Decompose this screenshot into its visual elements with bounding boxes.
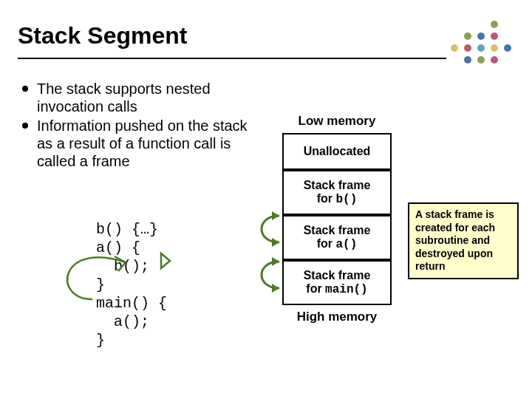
cell-text-prefix: for [306,282,325,295]
return-arrow-a-main [251,253,284,297]
title-underline [18,58,446,59]
decorative-dot-grid [451,21,514,66]
cell-text: Stack frame [288,269,386,282]
stack-cell-unallocated: Unallocated [282,133,392,170]
svg-marker-2 [272,238,279,247]
bullet-icon [22,123,28,129]
stack-cell-main: Stack frame for main() [282,260,392,305]
bullet-icon [22,86,28,92]
stack-cell-b: Stack frame for b() [282,170,392,215]
svg-marker-4 [272,284,279,293]
annotation-note: A stack frame is created for each subrou… [408,202,519,279]
list-item: Information pushed on the stack as a res… [22,117,266,170]
cell-text: Unallocated [304,145,371,157]
cell-mono: b() [335,193,357,206]
svg-marker-1 [272,211,279,220]
cell-text-prefix: for [317,192,336,205]
stack-cell-a: Stack frame for a() [282,215,392,260]
code-listing: b() {…} a() { b(); } main() { a(); } [96,220,167,349]
cell-text-prefix: for [317,237,336,250]
slide-title: Stack Segment [18,22,187,50]
return-arrow-b-a [251,207,284,251]
high-memory-label: High memory [282,310,392,324]
bullet-text: Information pushed on the stack as a res… [37,117,266,170]
memory-stack-diagram: Low memory Unallocated Stack frame for b… [282,109,392,329]
cell-text: Stack frame [288,179,386,192]
cell-mono: a() [335,238,357,251]
bullet-list: The stack supports nested invocation cal… [22,80,266,171]
list-item: The stack supports nested invocation cal… [22,80,266,115]
bullet-text: The stack supports nested invocation cal… [37,80,266,115]
svg-marker-3 [272,257,279,266]
cell-text: Stack frame [288,224,386,237]
cell-mono: main() [325,283,368,296]
low-memory-label: Low memory [282,114,392,129]
